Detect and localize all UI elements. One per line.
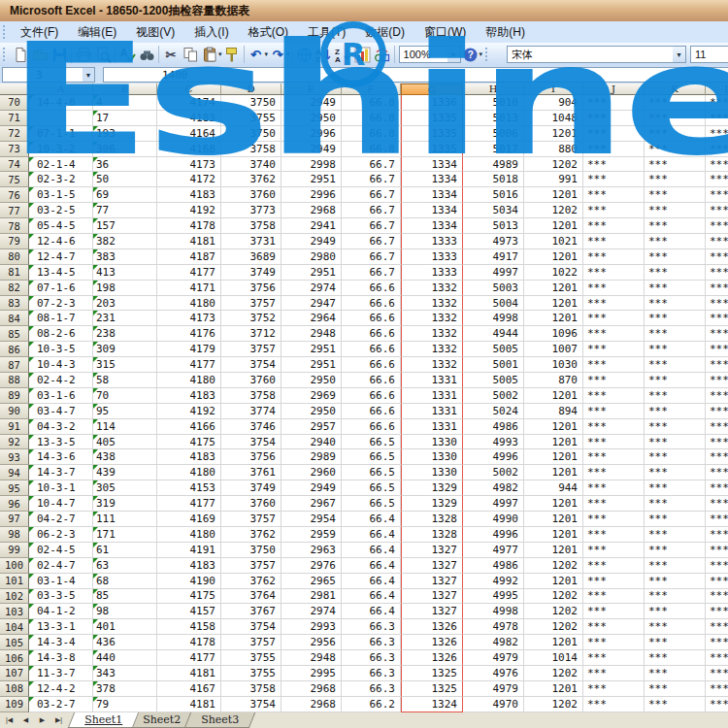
cell[interactable]: 4183 [157,449,221,465]
cell[interactable]: 66.6 [342,373,401,388]
cell[interactable]: *** [645,249,706,265]
cell[interactable]: 2950 [281,373,342,388]
cell[interactable]: 08-2-6 [29,326,93,342]
cell[interactable]: 4183 [157,187,221,203]
row-header-70[interactable]: 70 [0,95,29,111]
cell[interactable]: 3754 [221,435,281,450]
cell[interactable]: 36 [93,157,157,173]
sort-ascending-button[interactable]: AZ [314,45,334,64]
cell[interactable]: *** [583,404,645,419]
cell[interactable]: 1332 [401,326,463,342]
cell[interactable]: 2941 [281,218,342,234]
cell[interactable]: 4192 [157,203,221,218]
cell[interactable]: *** [645,558,706,574]
cell[interactable]: *** [583,512,645,527]
cell[interactable]: 4990 [463,512,524,527]
cell[interactable]: 4995 [463,589,524,605]
cell[interactable]: 02-4-2 [29,373,93,388]
cell[interactable]: 3712 [221,326,281,342]
cell[interactable]: *** [583,296,645,312]
row-header-94[interactable]: 94 [0,465,29,480]
cell[interactable]: 4181 [157,234,221,249]
cell[interactable]: 03-1-5 [29,187,93,203]
row-header-74[interactable]: 74 [0,157,29,173]
cell[interactable]: 5017 [463,142,524,157]
cell[interactable]: 14-4-8 [29,95,93,111]
cell[interactable]: 3760 [221,373,281,388]
cell[interactable]: *** [706,311,728,326]
cell[interactable]: 3757 [221,342,281,357]
cell[interactable]: *** [583,126,645,142]
cell[interactable]: 2974 [281,604,342,619]
cell[interactable]: 880 [524,142,583,157]
cell[interactable]: *** [645,126,706,142]
cell[interactable]: 66.4 [342,589,401,605]
cell[interactable]: 1201 [524,681,583,697]
cell[interactable]: *** [645,666,706,681]
cell[interactable]: 3757 [221,512,281,527]
cell[interactable]: 1201 [524,388,583,404]
cell[interactable]: *** [583,326,645,342]
cell[interactable]: 14-3-8 [29,650,93,666]
cell[interactable]: 3754 [221,357,281,373]
cell[interactable]: 12-4-2 [29,681,93,697]
cell[interactable]: 1334 [401,218,463,234]
print-button[interactable] [74,45,93,64]
cell[interactable]: 1021 [524,234,583,249]
cell[interactable]: 4192 [157,404,221,419]
cell[interactable]: 3757 [221,558,281,574]
open-folder-button[interactable] [30,45,50,64]
cell[interactable]: *** [583,157,645,173]
cell[interactable]: 4173 [157,311,221,326]
cell[interactable]: *** [706,619,728,635]
row-header-87[interactable]: 87 [0,357,29,373]
tab-sheet3[interactable]: Sheet3 [184,712,256,728]
cell[interactable]: 3767 [221,604,281,619]
cell[interactable]: 1327 [401,604,463,619]
row-header-100[interactable]: 100 [0,558,29,574]
cell[interactable]: 1096 [524,326,583,342]
cell[interactable]: 10-3-2 [29,142,93,157]
cell[interactable]: 4917 [463,249,524,265]
cell[interactable]: *** [583,111,645,126]
cell[interactable]: *** [706,326,728,342]
cell[interactable]: 2981 [281,589,342,605]
row-header-102[interactable]: 102 [0,589,29,605]
tab-nav-last-button[interactable]: ▶| [51,714,66,726]
redo-button[interactable]: ↷ [268,45,287,64]
cell[interactable]: *** [706,512,728,527]
cell[interactable]: *** [706,388,728,404]
cell[interactable] [29,111,93,126]
cell[interactable]: *** [706,142,728,157]
cell[interactable]: *** [645,604,706,619]
cell[interactable]: *** [706,697,728,712]
cell[interactable]: 1201 [524,218,583,234]
cell[interactable]: 3750 [221,543,281,558]
cell[interactable]: 66.7 [342,172,401,187]
cell[interactable]: 2969 [281,388,342,404]
row-header-96[interactable]: 96 [0,496,29,512]
cell[interactable]: 11-3-7 [29,666,93,681]
cell[interactable]: *** [645,357,706,373]
cell[interactable]: 14-3-4 [29,635,93,650]
help-button[interactable]: ? [461,45,480,64]
cell[interactable]: 4177 [157,265,221,281]
row-header-80[interactable]: 80 [0,249,29,265]
cell[interactable]: *** [706,404,728,419]
cell[interactable]: 4177 [157,357,221,373]
cell[interactable]: *** [583,203,645,218]
cell[interactable]: *** [583,172,645,187]
cell[interactable]: 4180 [157,465,221,480]
cell[interactable]: 03-3-5 [29,589,93,605]
cell[interactable]: *** [706,419,728,435]
cell[interactable]: 4976 [463,666,524,681]
column-header-g[interactable]: G [401,83,463,95]
cell[interactable]: 111 [93,512,157,527]
cell[interactable]: 66.7 [342,187,401,203]
toolbar-options-button[interactable]: ▾ [480,50,483,58]
cell[interactable]: *** [706,281,728,296]
cell[interactable]: 1201 [524,496,583,512]
cell[interactable]: 3755 [221,111,281,126]
column-header-j[interactable]: J [583,83,645,95]
cell[interactable]: 02-4-7 [29,558,93,574]
